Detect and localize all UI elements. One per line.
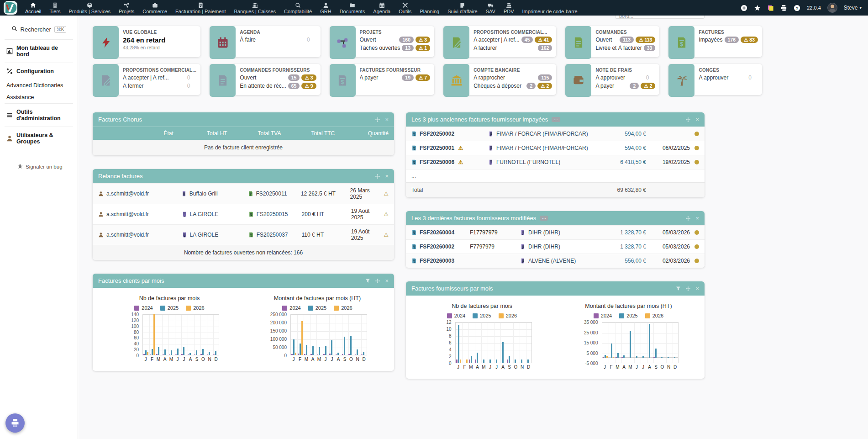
count-badge[interactable]: 176 [725,37,739,43]
close-widget-icon[interactable]: × [385,116,389,123]
move-widget-icon[interactable] [685,216,691,221]
nav-item-documents[interactable]: Documents [336,0,369,16]
filter-icon[interactable] [676,286,681,291]
nav-item-commerce[interactable]: Commerce [138,0,171,16]
legend-item[interactable]: 2025 [473,313,491,318]
widget-card-commandes-fournisseurs[interactable]: COMMANDES FOURNISSEURSOuvert15⚠ 3En atte… [210,64,320,95]
legend-item[interactable]: 2024 [594,313,612,318]
bookmark-star-icon[interactable] [754,5,761,11]
close-widget-icon[interactable]: × [695,116,699,123]
legend-item[interactable]: 2026 [186,305,204,311]
company-link[interactable]: LA GIROLE [190,232,246,238]
user-avatar[interactable] [827,3,837,13]
invoice-ref-link[interactable]: FS20250011 [256,190,301,197]
supplier-link[interactable]: DIHR (DIHR) [528,243,600,250]
report-bug-link[interactable]: Signaler un bug [0,160,78,174]
legend-item[interactable]: 2024 [447,313,465,318]
legend-item[interactable]: 2025 [308,305,326,311]
supplier-link[interactable]: ALVENE (ALVENE) [528,258,600,264]
nav-item-agenda[interactable]: Agenda [369,0,395,16]
app-logo[interactable] [0,0,21,16]
nav-item-banques-caisses[interactable]: Banques | Caisses [230,0,280,16]
move-widget-icon[interactable] [685,117,691,122]
filter-icon[interactable] [365,278,370,283]
count-badge[interactable]: 113 [620,37,634,43]
warning-count-badge[interactable]: ⚠ 1 [416,45,430,51]
count-badge[interactable]: 45 [521,37,533,43]
supplier-invoice-ref-link[interactable]: FSF20260003 [420,258,470,264]
nav-item-grh[interactable]: GRH [316,0,335,16]
sidebar-item-assistance[interactable]: Assistance [0,91,78,103]
supplier-invoice-ref-link[interactable]: FSF20260004 [420,229,470,236]
sidebar-item-mon-tableau-de-bord[interactable]: Mon tableau de bord [0,40,78,63]
supplier-link[interactable]: FIMAR / FORCAR (FIMAR/FORCAR) [496,145,600,151]
help-icon[interactable]: ? [794,5,800,11]
move-widget-icon[interactable] [375,117,380,122]
widget-card-vue-globale[interactable]: VUE GLOBALE264 en retard43,28% en retard [93,26,200,57]
count-badge[interactable]: 65 [288,83,300,89]
nav-item-suivi-d-affaire[interactable]: Suivi d'affaire [443,0,482,16]
warning-count-badge[interactable]: ⚠ 9 [301,83,316,89]
sidebar-item-advanced-dictionaries[interactable]: Advanced Dictionaries [0,79,78,91]
column-header[interactable]: Total HT [174,130,227,137]
sidebar-item-utilisateurs-groupes[interactable]: Utilisateurs & Groupes [0,127,78,150]
widget-card-propositions-commercial-[interactable]: PROPOSITIONS COMMERCIAL...A accepter | A… [443,26,556,57]
nav-item-planning[interactable]: Planning [416,0,443,16]
contact-email-link[interactable]: a.schmitt@vold.fr [106,232,175,238]
supplier-link[interactable]: DIHR (DIHR) [528,229,600,236]
warning-count-badge[interactable]: ⚠ 7 [416,74,430,81]
warning-count-badge[interactable]: ⚠ 41 [535,37,552,43]
company-link[interactable]: LA GIROLE [190,211,246,217]
warning-count-badge[interactable]: ⚠ 83 [741,37,758,43]
nav-item-outils[interactable]: Outils [395,0,416,16]
nav-item-facturation-paiement[interactable]: Facturation | Paiement [171,0,230,16]
invoice-ref-link[interactable]: FS20250015 [257,211,302,217]
print-icon[interactable] [780,5,787,11]
count-badge[interactable]: 15 [288,74,300,81]
widget-card-compte-bancaire[interactable]: COMPTE BANCAIREA rapprocher115Chèques à … [443,64,556,95]
company-link[interactable]: Buffalo Grill [189,190,245,197]
contact-email-link[interactable]: a.schmitt@vold.fr [106,190,175,197]
warning-count-badge[interactable]: ⚠ 3 [416,37,430,43]
nav-item-accueil[interactable]: Accueil [21,0,45,16]
search-input[interactable]: Rechercher ⌘K [0,23,78,39]
column-header[interactable]: État [98,130,174,137]
nav-item-tiers[interactable]: Tiers [45,0,64,16]
close-widget-icon[interactable]: × [695,285,699,292]
widget-card-agenda[interactable]: AGENDAÀ faire0 [210,26,320,57]
supplier-link[interactable]: FIMAR / FORCAR (FIMAR/FORCAR) [496,131,600,137]
count-badge[interactable]: 115 [538,74,552,81]
move-widget-icon[interactable] [685,286,691,291]
legend-item[interactable]: 2024 [134,305,153,311]
legend-item[interactable]: 2024 [282,305,300,311]
nav-item-projets[interactable]: Projets [115,0,138,16]
move-widget-icon[interactable] [375,278,380,284]
widget-card-propositions-commercial-[interactable]: PROPOSITIONS COMMERCIAL...A accepter | A… [93,64,200,95]
supplier-invoice-ref-link[interactable]: FSF20260002 [420,243,470,250]
supplier-invoice-ref-link[interactable]: FSF20250001 ⚠ [420,145,488,151]
sticky-notes-icon[interactable] [767,5,774,11]
sidebar-item-configuration[interactable]: Configuration [0,63,78,79]
legend-item[interactable]: 2025 [160,305,179,311]
count-badge[interactable]: 33 [644,45,656,51]
widget-card-note-de-frais[interactable]: NOTE DE FRAISA approuver0A payer2⚠ 2 [565,64,659,95]
count-badge[interactable]: 162 [538,45,552,51]
count-badge[interactable]: 13 [402,45,414,51]
contact-email-link[interactable]: a.schmitt@vold.fr [106,211,175,217]
invoice-ref-link[interactable]: FS20250037 [257,232,302,238]
floating-print-button[interactable] [5,413,25,433]
column-header[interactable]: Total TVA [227,130,281,137]
supplier-invoice-ref-link[interactable]: FSF20250002 [420,131,488,137]
nav-item-produits-services[interactable]: Produits | Services [65,0,115,16]
close-widget-icon[interactable]: × [385,277,389,284]
column-header[interactable]: Quantité [335,130,389,137]
supplier-link[interactable]: FURNOTEL (FURNOTEL) [496,159,600,165]
widget-card-factures-fournisseur[interactable]: $FACTURES FOURNISSEURA payer19⚠ 7 [330,64,435,95]
count-badge[interactable]: 160 [399,37,414,43]
nav-item-comptabilit-[interactable]: Comptabilité [280,0,316,16]
nav-item-imprimeur-de-code-barre[interactable]: Imprimeur de code-barre [518,0,582,16]
warning-count-badge[interactable]: ⚠ 2 [641,83,655,89]
close-widget-icon[interactable]: × [385,173,389,180]
nav-item-sav[interactable]: SAV [482,0,500,16]
legend-item[interactable]: 2026 [645,313,663,318]
